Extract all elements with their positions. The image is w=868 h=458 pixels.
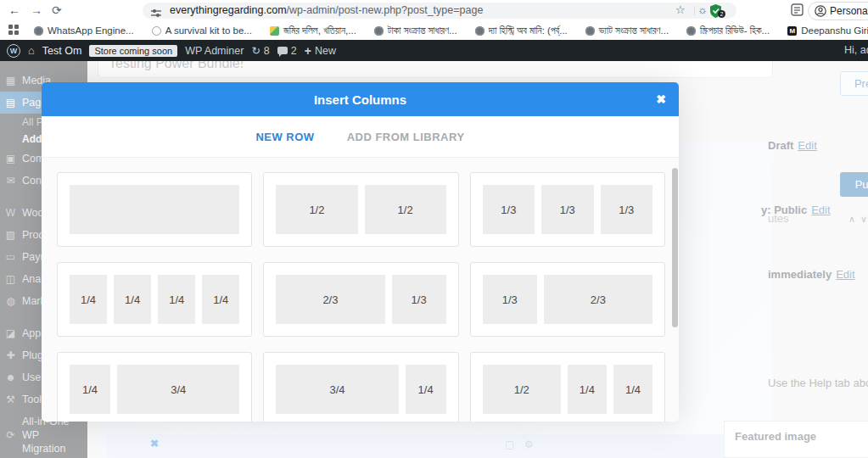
column-block: 3/4	[117, 365, 239, 414]
bookmarks-bar: WhatsApp Engine...A survival kit to be..…	[0, 21, 868, 40]
screen: ← → ⟳ everythingregarding.com/wp-admin/p…	[0, 0, 868, 458]
column-layout-option-half-quarter-quarter[interactable]: 1/21/41/4	[470, 352, 665, 422]
bookmark-item-taka-songkranto[interactable]: টাকা সংক্রান্ত সাধারণ...	[374, 25, 457, 36]
browser-back-icon[interactable]: ←	[8, 2, 20, 19]
column-block: 1/2	[276, 185, 357, 234]
brightness-extension-icon[interactable]: ☼	[697, 3, 708, 16]
column-layout-grid: 1/21/21/31/31/31/41/41/41/42/31/31/32/31…	[42, 158, 679, 422]
column-block	[70, 185, 239, 234]
wp-admin-workspace: ▦Media▤PagesAll PagesAdd Page▣Comments2✉…	[0, 61, 868, 458]
bookmarks-list: WhatsApp Engine...A survival kit to be..…	[34, 25, 868, 36]
column-layout-option-third-two-thirds[interactable]: 1/32/3	[470, 262, 665, 337]
column-block: 1/2	[365, 185, 446, 234]
browser-toolbar: ← → ⟳ everythingregarding.com/wp-admin/p…	[0, 0, 868, 21]
bookmark-item-jomir-dolil[interactable]: জমির দলিল, খতিয়ান,...	[270, 25, 356, 36]
comments-count: 2	[291, 45, 297, 57]
column-block: 1/4	[70, 365, 110, 414]
apps-grid-icon[interactable]	[8, 23, 19, 38]
column-block: 2/3	[544, 275, 652, 324]
updates-indicator[interactable]: ↻ 8	[251, 44, 269, 57]
modal-header: Insert Columns ✖	[42, 82, 679, 116]
bookmark-label: জমির দলিল, খতিয়ান,...	[283, 25, 356, 36]
home-icon[interactable]: ⌂	[28, 44, 35, 57]
site-favicon-icon	[152, 26, 161, 36]
bookmark-label: Deepanshu Giri –...	[801, 25, 868, 36]
bookmark-item-scripture-review[interactable]: স্ক্রিপচার রিভিউ- হিক...	[686, 25, 770, 36]
address-bar[interactable]: everythingregarding.com/wp-admin/post-ne…	[143, 3, 736, 19]
new-content-menu[interactable]: + New	[305, 44, 336, 58]
bookmark-label: দ্যা হিস্ট্রি অব মানি: (পর্ব্...	[489, 25, 568, 36]
bookmark-item-survival-kit[interactable]: A survival kit to be...	[152, 25, 252, 36]
column-block: 1/4	[613, 365, 652, 414]
tab-new-row[interactable]: NEW ROW	[255, 131, 314, 143]
store-coming-soon-badge: Store coming soon	[89, 45, 177, 57]
new-label: New	[315, 45, 336, 57]
globe-favicon-icon	[34, 26, 43, 36]
updates-icon: ↻	[251, 44, 260, 57]
browser-profile-chip[interactable]: Personal	[808, 2, 868, 20]
doc-favicon-icon	[270, 26, 279, 36]
user-greeting[interactable]: Hi, ad	[844, 40, 868, 61]
profile-label: Personal	[830, 5, 868, 17]
plus-icon: +	[305, 44, 311, 58]
column-block: 1/3	[392, 275, 446, 324]
bookmark-item-deepanshu-giri[interactable]: MDeepanshu Giri –...	[787, 25, 868, 36]
wp-admin-bar: W ⌂ Test Om Store coming soon WP Adminer…	[0, 40, 868, 61]
column-block: 1/2	[483, 365, 561, 414]
column-layout-option-three-quarters-quarter[interactable]: 3/41/4	[263, 352, 458, 422]
column-block: 1/4	[158, 275, 195, 324]
globe-favicon-icon	[585, 26, 595, 36]
modal-close-icon[interactable]: ✖	[656, 82, 666, 116]
column-block: 1/3	[483, 275, 537, 324]
bookmark-label: WhatsApp Engine...	[48, 25, 134, 36]
reader-extension-icon[interactable]	[791, 3, 804, 20]
column-block: 1/4	[406, 365, 446, 414]
bookmark-label: স্ক্রিপচার রিভিউ- হিক...	[700, 25, 770, 36]
wordpress-logo-icon[interactable]: W	[7, 44, 20, 58]
column-layout-option-quarter-three-quarters[interactable]: 1/43/4	[57, 352, 252, 422]
column-layout-option-fullwidth[interactable]	[57, 172, 252, 247]
bookmark-label: A survival kit to be...	[165, 25, 252, 36]
column-block: 1/3	[541, 185, 593, 234]
column-block: 2/3	[276, 275, 384, 324]
column-block: 1/4	[202, 275, 239, 324]
column-block: 3/4	[276, 365, 398, 414]
column-layout-option-half-half[interactable]: 1/21/2	[263, 172, 458, 247]
column-block: 1/4	[114, 275, 151, 324]
column-block: 1/3	[601, 185, 652, 234]
medium-favicon-icon: M	[787, 26, 797, 36]
column-block: 1/4	[70, 275, 107, 324]
bookmark-item-whatsapp-engine[interactable]: WhatsApp Engine...	[34, 25, 134, 36]
bookmark-item-vat-songkranto[interactable]: ভ্যাট সংক্রান্ত সাধারণ...	[585, 25, 669, 36]
person-icon	[815, 5, 826, 17]
column-block: 1/3	[483, 185, 535, 234]
bookmark-label: টাকা সংক্রান্ত সাধারণ...	[388, 25, 457, 36]
column-layout-option-quarters[interactable]: 1/41/41/41/4	[57, 262, 252, 337]
globe-favicon-icon	[374, 26, 384, 36]
browser-forward-icon[interactable]: →	[31, 2, 42, 19]
column-layout-option-thirds[interactable]: 1/31/31/3	[470, 172, 665, 247]
column-layout-option-two-thirds-third[interactable]: 2/31/3	[263, 262, 458, 337]
bookmark-item-history-of-money[interactable]: দ্যা হিস্ট্রি অব মানি: (পর্ব্...	[475, 25, 568, 36]
globe-favicon-icon	[686, 26, 696, 36]
comment-bubble-icon	[277, 47, 288, 54]
wp-adminer-link[interactable]: WP Adminer	[185, 45, 244, 57]
insert-columns-modal: Insert Columns ✖ NEW ROW ADD FROM LIBRAR…	[42, 82, 679, 422]
column-block: 1/4	[568, 365, 607, 414]
pill-divider	[694, 6, 695, 15]
browser-reload-icon[interactable]: ⟳	[52, 2, 62, 19]
bookmark-label: ভ্যাট সংক্রান্ত সাধারণ...	[599, 25, 669, 36]
shield-badge-count: 2	[718, 10, 725, 18]
modal-title: Insert Columns	[314, 92, 406, 107]
url-text: everythingregarding.com/wp-admin/post-ne…	[170, 3, 483, 19]
updates-count: 8	[264, 45, 270, 57]
modal-tabs: NEW ROW ADD FROM LIBRARY	[42, 116, 679, 158]
site-name-link[interactable]: Test Om	[42, 45, 82, 57]
site-settings-icon[interactable]	[151, 6, 161, 21]
bookmark-star-icon[interactable]: ☆	[675, 3, 686, 16]
comments-indicator[interactable]: 2	[277, 45, 297, 57]
modal-scrollbar-thumb[interactable]	[672, 168, 678, 327]
tab-add-from-library[interactable]: ADD FROM LIBRARY	[347, 131, 465, 143]
globe-favicon-icon	[475, 26, 484, 36]
